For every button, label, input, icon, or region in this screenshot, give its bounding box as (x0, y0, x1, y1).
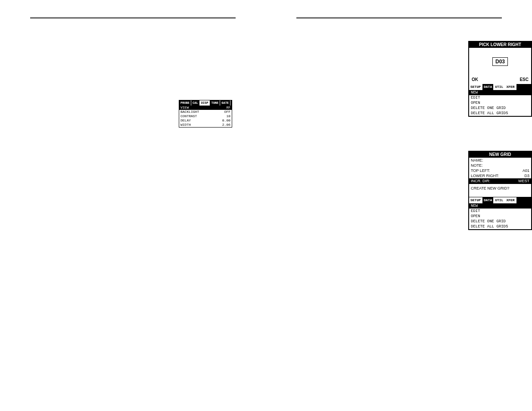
tab-xfer[interactable]: XFER (505, 197, 516, 203)
esc-button[interactable]: ESC (520, 77, 529, 82)
display-tab-screenshot: PROBE CAL DISP TUNE GATE VIEW RF BACKLIG… (179, 100, 232, 128)
param-label: TOP LEFT: (471, 168, 490, 173)
row-delay[interactable]: DELAY 0.00 (179, 118, 232, 123)
tab-setup[interactable]: SETUP (469, 197, 482, 203)
row-contrast[interactable]: CONTRAST 10 (179, 114, 232, 118)
pick-lower-right-screenshot: PICK LOWER RIGHT D03 OK ESC SETUP DATA U… (468, 41, 532, 117)
row-value: RF (226, 106, 230, 110)
row-value: OFF (224, 110, 230, 114)
row-value: 2.06 (222, 123, 230, 127)
menu-open[interactable]: OPEN (469, 214, 531, 219)
lower-right-value[interactable]: D03 (492, 57, 508, 66)
param-value: A01 (523, 168, 529, 173)
tab-cal[interactable]: CAL (191, 100, 200, 106)
tab-row: PROBE CAL DISP TUNE GATE (179, 100, 232, 106)
create-prompt[interactable]: CREATE NEW GRID? (469, 184, 531, 197)
menu-delete-all[interactable]: DELETE ALL GRIDS (469, 111, 531, 116)
row-label: WIDTH (180, 123, 191, 127)
ok-button[interactable]: OK (472, 77, 478, 82)
param-value: D3 (524, 173, 529, 178)
tab-util[interactable]: UTIL (494, 84, 505, 90)
tab-row: SETUP DATA UTIL XFER (469, 197, 531, 203)
param-name[interactable]: NAME: (469, 158, 531, 163)
menu-new[interactable]: NEW (469, 203, 531, 209)
menu-edit[interactable]: EDIT (469, 209, 531, 214)
screen-title: PICK LOWER RIGHT (469, 42, 531, 48)
row-backlight[interactable]: BACKLIGHT OFF (179, 110, 232, 114)
tab-gate[interactable]: GATE (220, 100, 230, 106)
tab-data[interactable]: DATA (482, 84, 494, 90)
param-note[interactable]: NOTE: (469, 163, 531, 168)
page-rule (30, 17, 236, 19)
tab-probe[interactable]: PROBE (179, 100, 191, 106)
page-rule (296, 17, 502, 19)
param-label: INCR. DIR: (471, 178, 490, 184)
params-area: NAME: NOTE: TOP LEFT: A01 LOWER RIGHT: D… (469, 158, 531, 184)
tab-disp[interactable]: DISP (200, 100, 210, 106)
data-menu: NEW EDIT OPEN DELETE ONE GRID DELETE ALL… (469, 203, 531, 229)
row-label: VIEW (180, 106, 189, 110)
screen-title: NEW GRID (469, 152, 531, 158)
tab-data[interactable]: DATA (482, 197, 494, 203)
param-incr-dir[interactable]: INCR. DIR: WEST (469, 178, 531, 184)
menu-delete-one[interactable]: DELETE ONE GRID (469, 219, 531, 224)
row-label: BACKLIGHT (180, 110, 199, 114)
param-value: WEST (518, 178, 529, 184)
tab-setup[interactable]: SETUP (469, 84, 482, 90)
row-value: 10 (226, 114, 230, 118)
menu-edit[interactable]: EDIT (469, 95, 531, 100)
row-value: 0.00 (222, 118, 230, 123)
param-label: LOWER RIGHT: (471, 173, 499, 178)
param-lower-right[interactable]: LOWER RIGHT: D3 (469, 173, 531, 178)
menu-delete-one[interactable]: DELETE ONE GRID (469, 106, 531, 111)
tab-xfer[interactable]: XFER (505, 84, 516, 90)
param-label: NOTE: (471, 163, 483, 168)
data-menu: NEW EDIT OPEN DELETE ONE GRID DELETE ALL… (469, 90, 531, 116)
new-grid-screenshot: NEW GRID NAME: NOTE: TOP LEFT: A01 LOWER… (468, 151, 532, 230)
value-area: D03 (469, 48, 531, 76)
row-label: CONTRAST (180, 114, 197, 118)
menu-open[interactable]: OPEN (469, 100, 531, 106)
param-top-left[interactable]: TOP LEFT: A01 (469, 168, 531, 173)
menu-new[interactable]: NEW (469, 90, 531, 95)
row-label: DELAY (180, 118, 191, 123)
param-label: NAME: (471, 158, 483, 163)
row-view[interactable]: VIEW RF (179, 106, 232, 110)
menu-delete-all[interactable]: DELETE ALL GRIDS (469, 224, 531, 229)
row-width[interactable]: WIDTH 2.06 (179, 123, 232, 127)
tab-util[interactable]: UTIL (494, 197, 505, 203)
tab-row: SETUP DATA UTIL XFER (469, 84, 531, 90)
tab-tune[interactable]: TUNE (210, 100, 220, 106)
